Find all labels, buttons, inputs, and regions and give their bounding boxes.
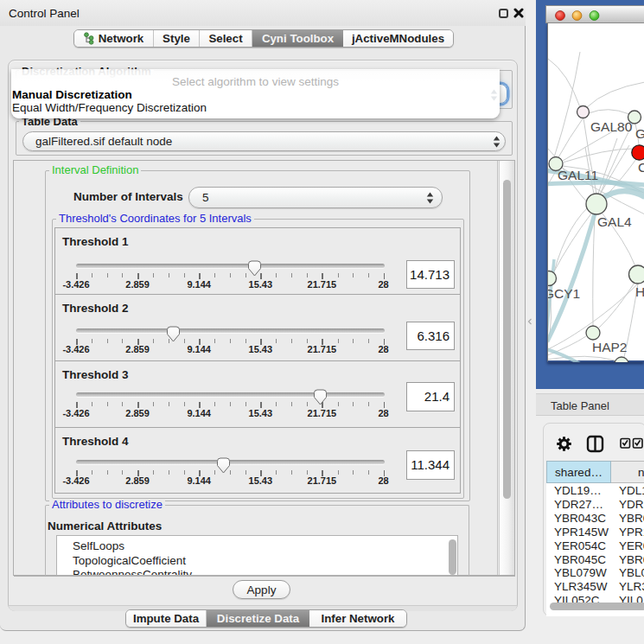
svg-text:G.: G. [635,126,644,141]
svg-text:GCY1: GCY1 [548,286,580,301]
svg-text:HAP2: HAP2 [592,340,628,354]
svg-text:C: C [638,160,644,175]
svg-text:GAL11: GAL11 [558,168,598,182]
svg-text:H: H [635,284,644,299]
svg-text:GAL80: GAL80 [590,119,633,134]
svg-text:GAL4: GAL4 [597,214,632,229]
